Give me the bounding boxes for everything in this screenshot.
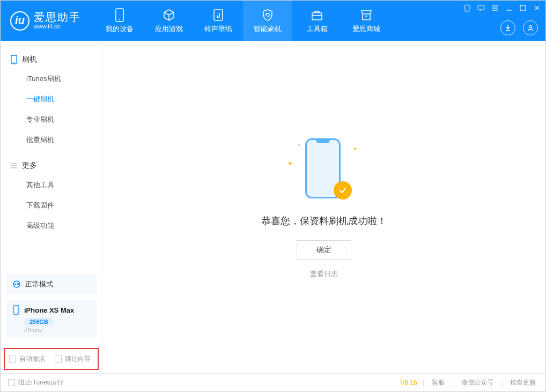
svg-rect-4 — [478, 5, 484, 10]
sidebar-item-itunes-flash[interactable]: iTunes刷机 — [1, 69, 102, 89]
sidebar-item-pro-flash[interactable]: 专业刷机 — [1, 109, 102, 130]
main-tabs: 我的设备 应用游戏 铃声壁纸 智能刷机 — [95, 1, 391, 41]
svg-rect-5 — [520, 5, 526, 11]
tab-smart-flash[interactable]: 智能刷机 — [243, 1, 292, 41]
list-icon — [10, 162, 18, 169]
tab-label: 工具箱 — [307, 24, 328, 34]
success-message: 恭喜您，保资料刷机成功啦！ — [261, 215, 387, 227]
menu-icon[interactable] — [491, 4, 499, 12]
flash-options-highlight: 自动激活 跳过向导 — [4, 348, 99, 370]
svg-point-6 — [529, 26, 532, 28]
tab-label: 爱思商城 — [352, 24, 380, 34]
window-controls — [463, 4, 541, 12]
sparkle-icon: ✦ — [287, 160, 293, 167]
app-title: 爱思助手 — [34, 11, 81, 23]
device-type: iPhone — [24, 327, 90, 333]
device-icon — [113, 8, 127, 22]
main-content: ✦ ✦ ✦ 恭喜您，保资料刷机成功啦！ 确定 查看日志 — [102, 41, 545, 373]
separator: | — [452, 379, 454, 387]
feedback-icon[interactable] — [477, 4, 485, 12]
sidebar-group-header: 刷机 — [1, 50, 102, 69]
logo: iu 爱思助手 www.i4.cn — [1, 11, 91, 31]
tab-store[interactable]: 爱思商城 — [342, 1, 391, 41]
tab-label: 智能刷机 — [254, 24, 282, 34]
app-subtitle: www.i4.cn — [34, 23, 81, 29]
cube-icon — [162, 8, 176, 22]
block-itunes-checkbox[interactable]: 阻止iTunes运行 — [8, 378, 63, 387]
view-log-link[interactable]: 查看日志 — [310, 269, 338, 279]
logo-text: 爱思助手 www.i4.cn — [34, 11, 81, 29]
ok-button[interactable]: 确定 — [297, 240, 351, 260]
skip-guide-checkbox[interactable]: 跳过向导 — [55, 354, 91, 364]
shield-refresh-icon — [261, 8, 275, 22]
success-illustration: ✦ ✦ ✦ — [281, 135, 367, 205]
checkbox-icon — [9, 356, 16, 363]
svg-point-11 — [17, 283, 19, 285]
mode-icon — [12, 280, 21, 289]
store-icon — [359, 8, 373, 22]
sidebar-group-title: 刷机 — [22, 55, 37, 64]
tab-my-device[interactable]: 我的设备 — [95, 1, 144, 41]
shirt-icon[interactable] — [463, 4, 471, 12]
sidebar-item-oneclick-flash[interactable]: 一键刷机 — [1, 89, 102, 109]
body: 刷机 iTunes刷机 一键刷机 专业刷机 批量刷机 更多 其他工具 下载固件 … — [1, 41, 545, 373]
tab-toolbox[interactable]: 工具箱 — [292, 1, 342, 41]
separator: | — [423, 379, 424, 387]
tab-ringtones-wallpapers[interactable]: 铃声壁纸 — [194, 1, 243, 41]
tab-label: 我的设备 — [106, 24, 134, 34]
close-icon[interactable] — [533, 4, 541, 12]
checkbox-label: 阻止iTunes运行 — [18, 378, 63, 387]
checkbox-label: 自动激活 — [19, 354, 45, 364]
sidebar-item-other-tools[interactable]: 其他工具 — [1, 175, 102, 195]
auto-activate-checkbox[interactable]: 自动激活 — [9, 354, 45, 364]
footer-link-support[interactable]: 客服 — [430, 378, 447, 387]
svg-point-1 — [119, 19, 120, 20]
footer-right: V8.16 | 客服 | 微信公众号 | 检查更新 — [400, 378, 538, 387]
phone-icon — [10, 55, 18, 64]
checkbox-icon — [55, 356, 62, 363]
checkbox-icon — [8, 379, 15, 386]
svg-point-10 — [14, 283, 16, 285]
toolbox-icon — [310, 8, 324, 22]
sidebar-group-title: 更多 — [22, 161, 37, 171]
logo-icon: iu — [10, 11, 29, 31]
maximize-icon[interactable] — [519, 4, 527, 12]
header-right-actions — [500, 20, 538, 35]
sidebar-item-batch-flash[interactable]: 批量刷机 — [1, 130, 102, 150]
account-button[interactable] — [523, 20, 538, 35]
sidebar-item-download-firmware[interactable]: 下载固件 — [1, 195, 102, 216]
download-button[interactable] — [500, 20, 515, 35]
sparkle-icon: ✦ — [297, 143, 301, 147]
footer-link-wechat[interactable]: 微信公众号 — [459, 378, 496, 387]
footer-link-check-update[interactable]: 检查更新 — [508, 378, 538, 387]
device-block: 正常模式 iPhone XS Max 256GB iPhone — [1, 274, 102, 344]
sidebar: 刷机 iTunes刷机 一键刷机 专业刷机 批量刷机 更多 其他工具 下载固件 … — [1, 41, 102, 373]
tab-apps-games[interactable]: 应用游戏 — [144, 1, 194, 41]
sidebar-item-advanced[interactable]: 高级功能 — [1, 216, 102, 236]
device-mode-label: 正常模式 — [25, 279, 53, 289]
header: iu 爱思助手 www.i4.cn 我的设备 应用游戏 — [1, 1, 545, 41]
svg-rect-3 — [312, 13, 322, 20]
svg-rect-2 — [214, 10, 223, 20]
phone-icon — [12, 305, 20, 315]
check-badge-icon — [334, 181, 352, 199]
sparkle-icon: ✦ — [353, 146, 357, 152]
version-label: V8.16 — [400, 379, 417, 387]
svg-point-8 — [13, 62, 14, 63]
tab-label: 应用游戏 — [155, 24, 183, 34]
sidebar-group-flash: 刷机 iTunes刷机 一键刷机 专业刷机 批量刷机 — [1, 47, 102, 153]
separator: | — [501, 379, 503, 387]
device-capacity: 256GB — [24, 318, 54, 326]
device-name: iPhone XS Max — [24, 306, 74, 314]
sidebar-group-header: 更多 — [1, 157, 102, 175]
app-window: iu 爱思助手 www.i4.cn 我的设备 应用游戏 — [0, 0, 546, 392]
minimize-icon[interactable] — [505, 4, 513, 12]
footer: 阻止iTunes运行 V8.16 | 客服 | 微信公众号 | 检查更新 — [1, 373, 545, 391]
device-card[interactable]: iPhone XS Max 256GB iPhone — [6, 300, 97, 338]
music-file-icon — [211, 8, 225, 22]
checkbox-label: 跳过向导 — [65, 354, 91, 364]
sidebar-group-more: 更多 其他工具 下载固件 高级功能 — [1, 153, 102, 239]
svg-point-13 — [16, 313, 17, 314]
device-mode-card[interactable]: 正常模式 — [6, 274, 97, 294]
tab-label: 铃声壁纸 — [204, 24, 232, 34]
